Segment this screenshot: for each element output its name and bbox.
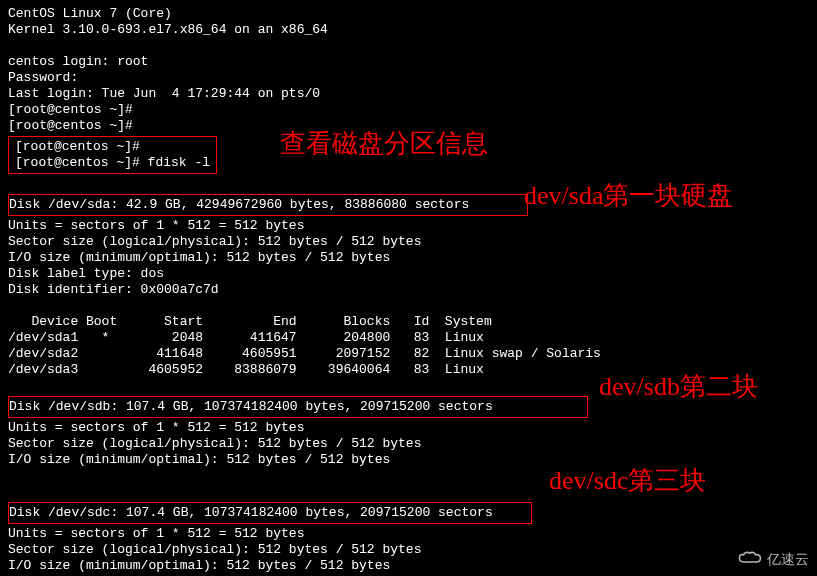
sdb-io-size: I/O size (minimum/optimal): 512 bytes / … [8,452,809,468]
cloud-icon [737,550,763,570]
fdisk-command-box: [root@centos ~]# [root@centos ~]# fdisk … [8,136,217,174]
prompt-3[interactable]: [root@centos ~]# [15,139,210,155]
blank-4 [8,378,809,394]
kernel-line: Kernel 3.10.0-693.el7.x86_64 on an x86_6… [8,22,809,38]
sda-identifier: Disk identifier: 0x000a7c7d [8,282,809,298]
watermark: 亿速云 [737,550,809,570]
partition-header: Device Boot Start End Blocks Id System [8,314,809,330]
sdb-units: Units = sectors of 1 * 512 = 512 bytes [8,420,809,436]
partition-row-1: /dev/sda1 * 2048 411647 204800 83 Linux [8,330,809,346]
blank-5 [8,468,809,484]
sda-io-size: I/O size (minimum/optimal): 512 bytes / … [8,250,809,266]
blank-1 [8,38,809,54]
disk-sda-box: Disk /dev/sda: 42.9 GB, 42949672960 byte… [8,194,528,216]
disk-sdb-box: Disk /dev/sdb: 107.4 GB, 107374182400 by… [8,396,588,418]
sda-sector-size: Sector size (logical/physical): 512 byte… [8,234,809,250]
password-line: Password: [8,70,809,86]
last-login-line: Last login: Tue Jun 4 17:29:44 on pts/0 [8,86,809,102]
watermark-text: 亿速云 [767,551,809,568]
partition-row-3: /dev/sda3 4605952 83886079 39640064 83 L… [8,362,809,378]
prompt-2[interactable]: [root@centos ~]# [8,118,809,134]
disk-sdb-header: Disk /dev/sdb: 107.4 GB, 107374182400 by… [9,399,583,415]
sdc-units: Units = sectors of 1 * 512 = 512 bytes [8,526,809,542]
prompt-1[interactable]: [root@centos ~]# [8,102,809,118]
sda-units: Units = sectors of 1 * 512 = 512 bytes [8,218,809,234]
sda-label-type: Disk label type: dos [8,266,809,282]
fdisk-command[interactable]: [root@centos ~]# fdisk -l [15,155,210,171]
disk-sda-header: Disk /dev/sda: 42.9 GB, 42949672960 byte… [9,197,523,213]
blank-3 [8,298,809,314]
sdb-sector-size: Sector size (logical/physical): 512 byte… [8,436,809,452]
disk-sdc-box: Disk /dev/sdc: 107.4 GB, 107374182400 by… [8,502,532,524]
sdc-sector-size: Sector size (logical/physical): 512 byte… [8,542,809,558]
os-line: CentOS Linux 7 (Core) [8,6,809,22]
blank-2 [8,176,809,192]
disk-sdc-header: Disk /dev/sdc: 107.4 GB, 107374182400 by… [9,505,527,521]
sdc-io-size: I/O size (minimum/optimal): 512 bytes / … [8,558,809,574]
blank-6 [8,484,809,500]
login-line: centos login: root [8,54,809,70]
partition-row-2: /dev/sda2 411648 4605951 2097152 82 Linu… [8,346,809,362]
